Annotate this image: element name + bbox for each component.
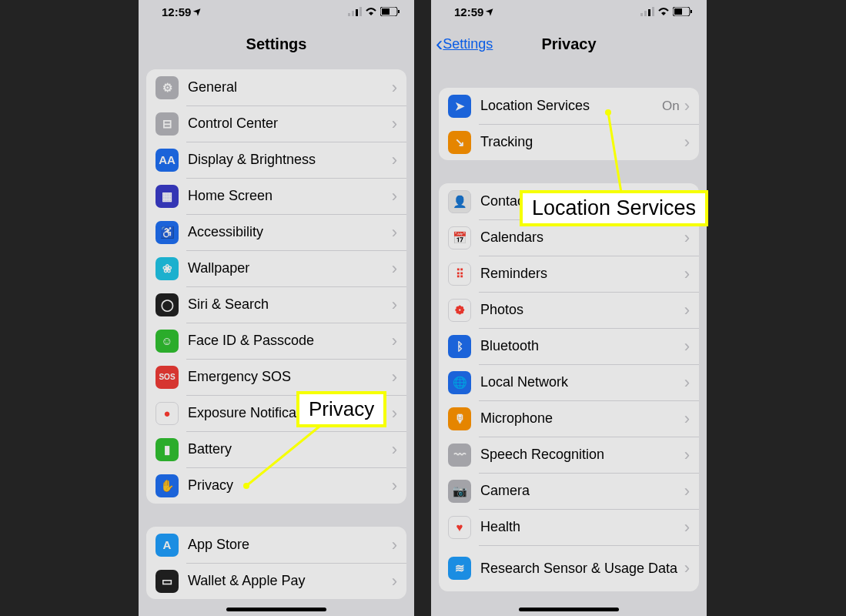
row-microphone[interactable]: 🎙Microphone› <box>439 400 699 437</box>
row-speech-recognition[interactable]: 〰Speech Recognition› <box>439 437 699 473</box>
row-value: On <box>662 99 680 114</box>
chevron-right-icon: › <box>684 481 690 501</box>
home-indicator[interactable] <box>226 608 326 611</box>
row-privacy[interactable]: ✋Privacy› <box>146 467 406 504</box>
back-label: Settings <box>443 36 493 52</box>
bluetooth-icon: ᛒ <box>448 335 471 358</box>
svg-rect-6 <box>398 10 400 13</box>
speech-recognition-icon: 〰 <box>448 444 471 467</box>
row-label: Control Center <box>188 116 392 132</box>
svg-rect-2 <box>356 9 358 16</box>
row-label: Wallpaper <box>188 260 392 276</box>
wallet-apple-pay-icon: ▭ <box>155 570 179 593</box>
row-reminders[interactable]: ⠿Reminders› <box>439 256 699 292</box>
settings-group-store: AApp Store›▭Wallet & Apple Pay› <box>146 527 406 599</box>
svg-rect-12 <box>674 8 682 15</box>
cellular-icon <box>640 7 654 16</box>
chevron-right-icon: › <box>684 517 690 537</box>
row-accessibility[interactable]: ♿Accessibility› <box>146 214 406 250</box>
row-label: Bluetooth <box>480 338 684 354</box>
phone-settings: 12:59 ➤ Settings ⚙General›⊟Control Cente… <box>139 0 414 616</box>
research-sensor-icon: ≋ <box>448 557 471 580</box>
row-label: Display & Brightness <box>188 152 392 168</box>
row-label: Speech Recognition <box>480 447 684 463</box>
settings-scroll[interactable]: ⚙General›⊟Control Center›AADisplay & Bri… <box>139 65 414 616</box>
row-exposure-notifications[interactable]: ●Exposure Notifications› <box>146 395 406 431</box>
row-label: Microphone <box>480 410 684 427</box>
phone-privacy: 12:59 ➤ ‹ Settings Privacy ➤Location Ser… <box>431 0 707 616</box>
row-label: Home Screen <box>188 188 392 204</box>
row-label: Local Network <box>480 374 684 390</box>
row-emergency-sos[interactable]: SOSEmergency SOS› <box>146 359 406 395</box>
wifi-icon <box>365 7 377 16</box>
chevron-right-icon: › <box>684 96 690 116</box>
row-label: Emergency SOS <box>188 369 392 385</box>
status-bar: 12:59 ➤ <box>139 0 414 23</box>
row-bluetooth[interactable]: ᛒBluetooth› <box>439 328 699 364</box>
chevron-right-icon: › <box>392 295 397 315</box>
row-battery[interactable]: ▮Battery› <box>146 431 406 467</box>
chevron-right-icon: › <box>684 445 690 465</box>
row-display-brightness[interactable]: AADisplay & Brightness› <box>146 142 406 178</box>
row-siri-search[interactable]: ◯Siri & Search› <box>146 286 406 323</box>
row-health[interactable]: ♥Health› <box>439 509 699 545</box>
row-wallpaper[interactable]: ❀Wallpaper› <box>146 250 406 286</box>
privacy-scroll[interactable]: ➤Location ServicesOn›↘Tracking› 👤Contact… <box>431 65 707 616</box>
row-general[interactable]: ⚙General› <box>146 69 406 105</box>
microphone-icon: 🎙 <box>448 407 471 430</box>
tracking-icon: ↘ <box>448 131 471 154</box>
wifi-icon <box>657 7 670 16</box>
reminders-icon: ⠿ <box>448 263 471 286</box>
status-time: 12:59 <box>454 5 483 18</box>
nav-title: Settings <box>246 35 307 53</box>
row-research-sensor[interactable]: ≋Research Sensor & Usage Data› <box>439 545 699 591</box>
status-time: 12:59 <box>162 5 191 18</box>
row-label: Photos <box>480 302 684 318</box>
chevron-right-icon: › <box>684 228 690 248</box>
row-label: Wallet & Apple Pay <box>188 573 392 589</box>
health-icon: ♥ <box>448 516 471 539</box>
home-screen-icon: ▦ <box>155 185 179 208</box>
row-control-center[interactable]: ⊟Control Center› <box>146 105 406 142</box>
nav-bar: ‹ Settings Privacy <box>431 23 707 65</box>
battery-icon <box>673 7 693 16</box>
cellular-icon <box>348 7 362 16</box>
row-tracking[interactable]: ↘Tracking› <box>439 124 699 160</box>
row-calendars[interactable]: 📅Calendars› <box>439 219 699 256</box>
row-photos[interactable]: ❁Photos› <box>439 292 699 328</box>
chevron-right-icon: › <box>392 331 397 351</box>
home-indicator[interactable] <box>519 608 619 611</box>
row-label: Contacts <box>480 193 684 209</box>
chevron-right-icon: › <box>684 336 690 357</box>
row-camera[interactable]: 📷Camera› <box>439 473 699 509</box>
row-face-id[interactable]: ☺Face ID & Passcode› <box>146 323 406 359</box>
row-wallet-apple-pay[interactable]: ▭Wallet & Apple Pay› <box>146 563 406 599</box>
accessibility-icon: ♿ <box>155 221 179 244</box>
chevron-right-icon: › <box>392 571 397 591</box>
row-label: Health <box>480 519 684 535</box>
back-button[interactable]: ‹ Settings <box>436 33 493 55</box>
row-location-services[interactable]: ➤Location ServicesOn› <box>439 88 699 124</box>
chevron-right-icon: › <box>684 300 690 320</box>
row-label: App Store <box>188 537 392 553</box>
row-local-network[interactable]: 🌐Local Network› <box>439 364 699 400</box>
svg-rect-3 <box>359 7 362 16</box>
row-home-screen[interactable]: ▦Home Screen› <box>146 178 406 214</box>
row-label: Research Sensor & Usage Data <box>480 561 684 577</box>
chevron-right-icon: › <box>392 78 397 98</box>
chevron-left-icon: ‹ <box>436 33 443 55</box>
row-label: General <box>188 79 392 95</box>
svg-rect-0 <box>348 13 350 16</box>
row-app-store[interactable]: AApp Store› <box>146 527 406 563</box>
chevron-right-icon: › <box>392 223 397 243</box>
chevron-right-icon: › <box>392 186 397 206</box>
nav-bar: Settings <box>139 23 414 65</box>
chevron-right-icon: › <box>684 132 690 152</box>
chevron-right-icon: › <box>392 367 397 387</box>
svg-rect-5 <box>382 8 390 15</box>
row-contacts[interactable]: 👤Contacts› <box>439 183 699 219</box>
row-label: Reminders <box>480 266 684 282</box>
app-store-icon: A <box>155 534 179 557</box>
chevron-right-icon: › <box>392 259 397 279</box>
svg-rect-10 <box>652 7 654 16</box>
